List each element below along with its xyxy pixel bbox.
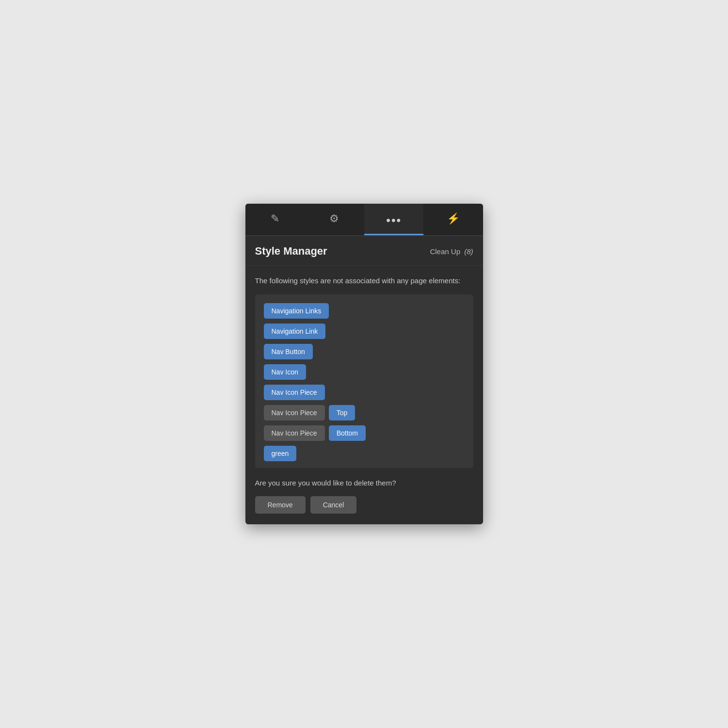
confirm-section: Are you sure you would like to delete th… bbox=[245, 468, 483, 525]
style-row: Nav Icon bbox=[264, 364, 465, 380]
style-row: Navigation Links bbox=[264, 303, 465, 319]
cleanup-count: (8) bbox=[464, 247, 473, 256]
tab-bar: ✎ ⚙ ●●● ⚡ bbox=[245, 204, 483, 236]
cleanup-button[interactable]: Clean Up (8) bbox=[430, 247, 473, 256]
style-manager-panel: ✎ ⚙ ●●● ⚡ Style Manager Clean Up (8) The… bbox=[245, 204, 483, 524]
tag-nav-icon[interactable]: Nav Icon bbox=[264, 364, 306, 380]
cancel-button[interactable]: Cancel bbox=[310, 496, 357, 514]
style-row: Nav Icon Piece Top bbox=[264, 405, 465, 421]
tag-top[interactable]: Top bbox=[329, 405, 356, 421]
tag-bottom[interactable]: Bottom bbox=[329, 425, 366, 441]
tab-bolt[interactable]: ⚡ bbox=[423, 204, 483, 235]
panel-header: Style Manager Clean Up (8) bbox=[245, 236, 483, 266]
tag-navigation-link[interactable]: Navigation Link bbox=[264, 324, 326, 339]
style-row: Nav Button bbox=[264, 344, 465, 359]
cleanup-label: Clean Up bbox=[430, 247, 460, 256]
content-area: The following styles are not associated … bbox=[245, 266, 483, 468]
tab-drops[interactable]: ●●● bbox=[364, 204, 424, 235]
tag-nav-button[interactable]: Nav Button bbox=[264, 344, 313, 359]
tab-brush[interactable]: ✎ bbox=[245, 204, 305, 235]
style-row: Navigation Link bbox=[264, 324, 465, 339]
tag-green[interactable]: green bbox=[264, 446, 297, 461]
drops-icon: ●●● bbox=[386, 213, 402, 225]
gear-icon: ⚙ bbox=[329, 212, 339, 225]
tab-settings[interactable]: ⚙ bbox=[305, 204, 364, 235]
style-row: green bbox=[264, 446, 465, 461]
tag-nav-icon-piece-1[interactable]: Nav Icon Piece bbox=[264, 385, 325, 400]
bolt-icon: ⚡ bbox=[447, 212, 460, 225]
confirm-buttons: Remove Cancel bbox=[255, 496, 473, 514]
remove-button[interactable]: Remove bbox=[255, 496, 306, 514]
brush-icon: ✎ bbox=[271, 212, 279, 225]
style-row: Nav Icon Piece Bottom bbox=[264, 425, 465, 441]
description-text: The following styles are not associated … bbox=[255, 275, 473, 287]
tag-navigation-links[interactable]: Navigation Links bbox=[264, 303, 329, 319]
tag-nav-icon-piece-top-gray[interactable]: Nav Icon Piece bbox=[264, 405, 325, 421]
tag-nav-icon-piece-bottom-gray[interactable]: Nav Icon Piece bbox=[264, 425, 325, 441]
confirm-text: Are you sure you would like to delete th… bbox=[255, 478, 473, 489]
panel-title: Style Manager bbox=[255, 245, 327, 258]
styles-box: Navigation Links Navigation Link Nav But… bbox=[255, 294, 473, 468]
style-row: Nav Icon Piece bbox=[264, 385, 465, 400]
